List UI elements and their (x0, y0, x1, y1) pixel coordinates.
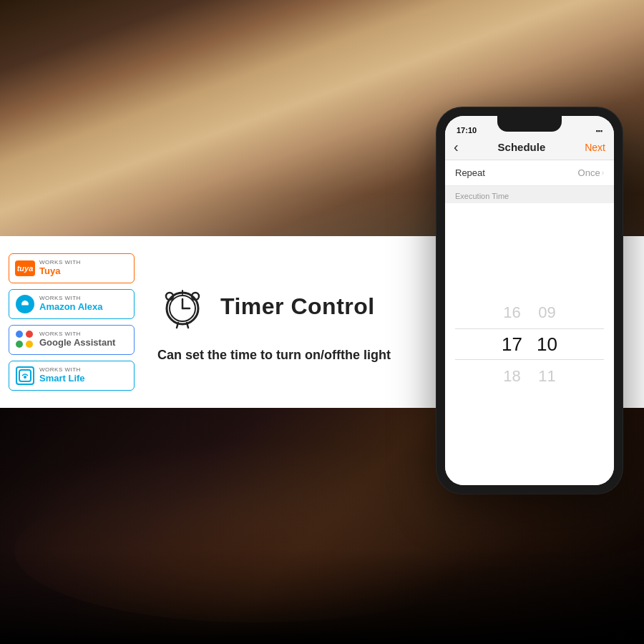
tuya-badge-text: WORKS WITH Tuya (39, 260, 81, 278)
tuya-badge: tuya WORKS WITH Tuya (9, 253, 135, 283)
phone-area: 17:10 ▪▪▪ ‹ Schedule Next Repeat Once (436, 107, 623, 494)
google-icon (15, 330, 35, 350)
phone-time: 17:10 (457, 126, 477, 135)
picker-minute-selected: 10 (537, 333, 557, 356)
google-dot-red (26, 331, 33, 338)
google-badge: WORKS WITH Google Assistant (9, 325, 135, 355)
phone-back-button[interactable]: ‹ (454, 139, 459, 155)
timer-title: Timer Control (220, 293, 375, 320)
phone-screen-title: Schedule (498, 141, 546, 153)
picker-minute-above: 09 (538, 305, 555, 321)
phone-header: ‹ Schedule Next (445, 136, 614, 160)
google-dot-green (16, 341, 23, 348)
phone-notch (497, 116, 562, 132)
phone-repeat-row[interactable]: Repeat Once › (445, 160, 614, 186)
phone-next-button[interactable]: Next (585, 142, 605, 153)
alexa-icon (15, 294, 35, 314)
svg-point-3 (24, 376, 26, 379)
google-dot-yellow (26, 341, 33, 348)
svg-rect-1 (21, 304, 29, 306)
phone-mockup: 17:10 ▪▪▪ ‹ Schedule Next Repeat Once (436, 107, 623, 494)
phone-execution-label: Execution Time (445, 186, 614, 203)
google-dot-blue (16, 331, 23, 338)
picker-minute-below: 11 (538, 369, 555, 384)
smartlife-badge: WORKS WITH Smart Life (9, 361, 135, 391)
smartlife-badge-text: WORKS WITH Smart Life (39, 367, 85, 385)
google-badge-text: WORKS WITH Google Assistant (39, 331, 115, 349)
phone-repeat-label: Repeat (455, 167, 485, 178)
picker-minute-column: 09 10 11 (537, 305, 557, 384)
alexa-badge: WORKS WITH Amazon Alexa (9, 289, 135, 319)
page-wrapper: tuya WORKS WITH Tuya (0, 0, 644, 644)
phone-status-icons: ▪▪▪ (595, 127, 602, 135)
alexa-badge-text: WORKS WITH Amazon Alexa (39, 296, 102, 313)
tuya-icon: tuya (15, 258, 35, 278)
picker-hour-above: 16 (503, 305, 520, 321)
picker-hour-selected: 17 (502, 333, 522, 356)
picker-hour-below: 18 (503, 369, 520, 384)
alarm-icon (157, 282, 208, 332)
phone-screen: 17:10 ▪▪▪ ‹ Schedule Next Repeat Once (445, 116, 614, 485)
badges-column: tuya WORKS WITH Tuya (0, 236, 143, 408)
phone-time-picker[interactable]: 16 17 18 09 10 11 (445, 203, 614, 485)
chevron-right-icon: › (602, 169, 604, 177)
picker-hour-column: 16 17 18 (502, 305, 522, 384)
phone-repeat-value: Once › (578, 167, 604, 178)
smartlife-icon (15, 366, 35, 386)
picker-columns: 16 17 18 09 10 11 (502, 305, 557, 384)
tuya-logo: tuya (15, 260, 35, 276)
